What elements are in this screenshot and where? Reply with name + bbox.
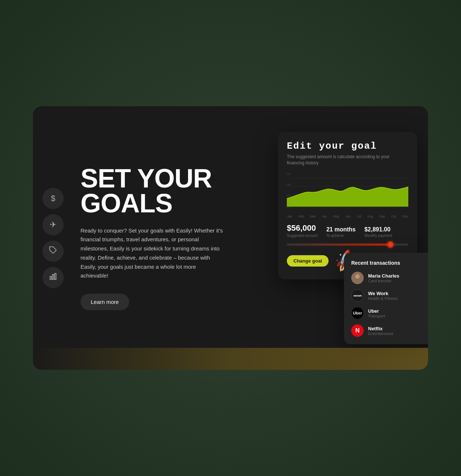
transaction-item-maria: Maria Charles Card transfer xyxy=(351,272,428,284)
chart-icon xyxy=(49,272,57,283)
transaction-item-wework: wework We Work Health & Fitness xyxy=(351,289,428,302)
page-title: SET YOUR GOALS xyxy=(80,166,263,216)
avatar-maria xyxy=(351,272,364,284)
sidebar-icon-goals[interactable] xyxy=(42,241,64,262)
dollar-icon: $ xyxy=(51,194,55,203)
transaction-name-maria: Maria Charles xyxy=(368,273,399,279)
stat-label-months: To achieve xyxy=(326,234,356,238)
change-goal-button[interactable]: Change goal xyxy=(287,255,329,267)
text-section: SET YOUR GOALS Ready to conquer? Set you… xyxy=(80,166,263,310)
slider-fill xyxy=(287,243,394,246)
bottom-gradient xyxy=(33,348,428,370)
puzzle-icon xyxy=(49,246,57,256)
svg-point-9 xyxy=(354,279,361,284)
avatar-wework: wework xyxy=(351,289,364,302)
svg-point-8 xyxy=(355,274,360,279)
goal-slider[interactable] xyxy=(287,243,408,246)
content-area: SET YOUR GOALS Ready to conquer? Set you… xyxy=(73,106,428,370)
svg-rect-3 xyxy=(55,274,56,280)
chart-x-labels: Jan Feb Mar Apr May Jun Jul Aug Sep Oct … xyxy=(287,215,408,218)
svg-rect-1 xyxy=(50,276,52,279)
avatar-uber: Uber xyxy=(351,307,364,319)
avatar-netflix: N xyxy=(351,324,364,337)
learn-more-button[interactable]: Learn more xyxy=(80,294,129,310)
chart-svg xyxy=(287,172,408,209)
stat-label-amount: Suggested amount xyxy=(287,234,318,238)
sidebar: $ ✈ xyxy=(33,106,73,370)
stat-suggested-amount: $56,000 Suggested amount xyxy=(287,223,318,238)
chart-area: 20k 15k 10k 5k xyxy=(287,172,408,209)
edit-goal-subtitle: The suggested amount is calculate accord… xyxy=(287,154,408,166)
main-card: $ ✈ S xyxy=(33,106,428,370)
transactions-title: Recent transactions xyxy=(351,260,428,266)
dashboard-panel: Edit your goal The suggested amount is c… xyxy=(278,132,428,344)
edit-goal-title: Edit your goal xyxy=(287,141,408,152)
chart-y-labels: 20k 15k 10k 5k xyxy=(286,172,291,209)
transaction-info-netflix: Netflix Entertainment xyxy=(368,326,393,336)
transaction-category-uber: Transport xyxy=(368,314,385,318)
transaction-name-wework: We Work xyxy=(368,291,398,296)
stat-to-achieve: 21 months To achieve xyxy=(326,226,356,238)
hero-description: Ready to conquer? Set your goals with Ea… xyxy=(80,226,223,281)
transaction-category-netflix: Entertainment xyxy=(368,331,393,336)
sidebar-icon-finance[interactable]: $ xyxy=(42,188,64,209)
transaction-info-uber: Uber Transport xyxy=(368,308,385,318)
transaction-item-netflix: N Netflix Entertainment xyxy=(351,324,428,337)
transaction-info-wework: We Work Health & Fitness xyxy=(368,291,398,301)
transaction-info-maria: Maria Charles Card transfer xyxy=(368,273,399,283)
transaction-item-uber: Uber Uber Transport xyxy=(351,307,428,319)
transaction-category-wework: Health & Fitness xyxy=(368,296,398,301)
svg-rect-2 xyxy=(52,275,54,280)
plane-icon: ✈ xyxy=(50,220,56,230)
sidebar-icon-travel[interactable]: ✈ xyxy=(42,214,64,235)
transaction-name-uber: Uber xyxy=(368,308,385,314)
stat-monthly-payment: $2,891.00 Monthly payment xyxy=(364,226,392,238)
stat-value-amount: $56,000 xyxy=(287,223,318,233)
slider-thumb xyxy=(387,241,394,248)
sidebar-icon-analytics[interactable] xyxy=(42,267,64,288)
stat-label-payment: Monthly payment xyxy=(364,234,392,238)
transactions-card: Recent transactions Maria Charles Card t… xyxy=(344,253,428,344)
stat-value-months: 21 months xyxy=(326,226,356,233)
transaction-name-netflix: Netflix xyxy=(368,326,393,331)
stat-value-payment: $2,891.00 xyxy=(364,226,392,233)
transaction-category-maria: Card transfer xyxy=(368,279,399,283)
goal-stats: $56,000 Suggested amount 21 months To ac… xyxy=(287,223,408,238)
